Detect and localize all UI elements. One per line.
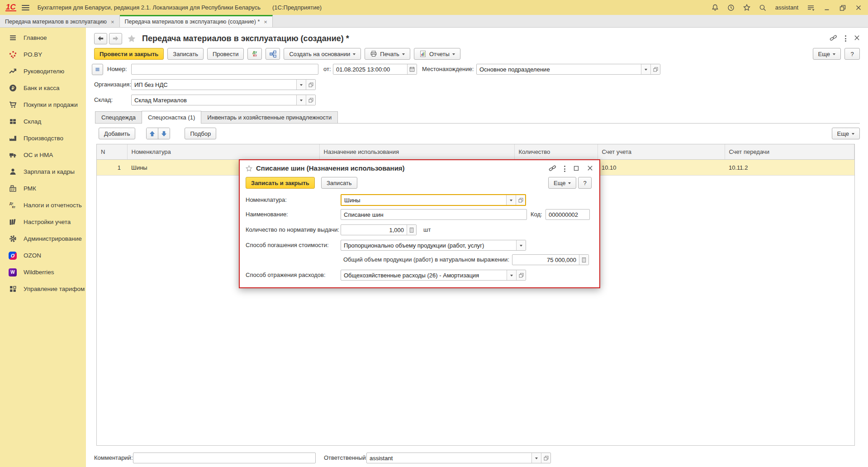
- get-link-icon[interactable]: [830, 34, 837, 43]
- dropdown-button[interactable]: [506, 195, 516, 205]
- open-button[interactable]: [306, 80, 315, 90]
- sidebar-item-ozon[interactable]: O OZON: [0, 247, 86, 264]
- col-header-quantity[interactable]: Количество: [514, 144, 598, 160]
- col-header-transfer-account[interactable]: Счет передачи: [725, 144, 854, 160]
- window-tab-list[interactable]: Передача материалов в эксплуатацию ×: [0, 15, 120, 27]
- more-button[interactable]: Еще: [813, 48, 841, 60]
- restore-window-icon[interactable]: [838, 3, 847, 12]
- more-menu-icon[interactable]: [845, 35, 846, 42]
- sidebar-item-rmk[interactable]: РМК: [0, 180, 86, 197]
- help-button[interactable]: ?: [844, 48, 860, 60]
- minimize-icon[interactable]: [822, 3, 831, 12]
- method-input[interactable]: [341, 240, 516, 250]
- save-button[interactable]: Записать: [167, 48, 204, 60]
- window-tab-create[interactable]: Передача материалов в эксплуатацию (созд…: [120, 15, 273, 27]
- col-header-usage[interactable]: Назначение использования: [319, 144, 514, 160]
- open-button[interactable]: [306, 95, 315, 105]
- sidebar-item-os-nma[interactable]: ОС и НМА: [0, 147, 86, 163]
- close-form-icon[interactable]: [854, 35, 860, 42]
- sidebar-item-rukovoditelyu[interactable]: Руководителю: [0, 63, 86, 80]
- sidebar-item-glavnoe[interactable]: Главное: [0, 29, 86, 46]
- dialog-close-icon[interactable]: [587, 165, 593, 172]
- comment-input[interactable]: [133, 453, 315, 463]
- sidebar-item-upravlenie-tarifom[interactable]: Управление тарифом: [0, 281, 86, 297]
- create-based-on-button[interactable]: Создать на основании: [284, 48, 361, 60]
- tab-specosnastka[interactable]: Спецоснастка (1): [142, 111, 201, 124]
- dropdown-button[interactable]: [507, 270, 516, 280]
- tab-specodezhda[interactable]: Спецодежда: [95, 111, 142, 123]
- sidebar-item-wildberries[interactable]: W Wildberries: [0, 264, 86, 281]
- volume-input[interactable]: [512, 255, 579, 265]
- close-window-icon[interactable]: [854, 3, 863, 12]
- header-collapse-button[interactable]: [92, 64, 103, 75]
- dialog-save-close-button[interactable]: Записать и закрыть: [246, 177, 315, 189]
- qty-input[interactable]: [341, 225, 407, 235]
- col-header-account[interactable]: Счет учета: [598, 144, 725, 160]
- dialog-more-menu-icon[interactable]: [564, 166, 565, 172]
- forward-button[interactable]: [109, 33, 122, 44]
- current-user[interactable]: assistant: [775, 4, 798, 11]
- show-postings-button[interactable]: ДтКт: [247, 48, 262, 60]
- sidebar-item-proizvodstvo[interactable]: Производство: [0, 130, 86, 147]
- calc-button[interactable]: [407, 225, 416, 235]
- dialog-save-button[interactable]: Записать: [321, 177, 357, 189]
- location-input[interactable]: [477, 64, 641, 74]
- sidebar-item-nalogi[interactable]: ДтКт Налоги и отчетность: [0, 197, 86, 214]
- favorites-star-icon[interactable]: [743, 3, 751, 12]
- date-input[interactable]: [333, 64, 407, 74]
- open-button[interactable]: [541, 453, 550, 463]
- tab-close-icon[interactable]: ×: [111, 19, 114, 25]
- sidebar-item-sklad[interactable]: Склад: [0, 113, 86, 130]
- dropdown-button[interactable]: [296, 80, 306, 90]
- sidebar-item-pokupki-prodazhi[interactable]: Покупки и продажи: [0, 96, 86, 113]
- back-button[interactable]: [94, 33, 107, 44]
- responsible-input[interactable]: [367, 453, 531, 463]
- tab-inventar[interactable]: Инвентарь и хозяйственные принадлежности: [201, 111, 338, 123]
- notifications-bell-icon[interactable]: [711, 3, 720, 12]
- col-header-nomenclature[interactable]: Номенклатура: [127, 144, 319, 160]
- dropdown-button[interactable]: [641, 64, 650, 74]
- dialog-more-button[interactable]: Еще: [548, 177, 576, 189]
- name-input[interactable]: [341, 210, 526, 219]
- move-up-button[interactable]: [147, 128, 158, 139]
- sidebar-item-zarplata-kadry[interactable]: Зарплата и кадры: [0, 163, 86, 180]
- calc-button[interactable]: [579, 255, 588, 265]
- code-input[interactable]: [546, 210, 589, 219]
- pick-button[interactable]: Подбор: [185, 128, 216, 139]
- dialog-link-icon[interactable]: [549, 164, 556, 173]
- dropdown-button[interactable]: [296, 95, 306, 105]
- favorite-star-icon[interactable]: [127, 34, 137, 43]
- move-down-button[interactable]: [158, 128, 170, 139]
- warehouse-input[interactable]: [132, 95, 296, 105]
- tab-close-icon[interactable]: ×: [264, 19, 267, 25]
- print-button[interactable]: Печать: [365, 48, 410, 60]
- expense-input[interactable]: [341, 270, 507, 280]
- main-menu-icon[interactable]: [22, 5, 29, 10]
- number-input[interactable]: [132, 64, 318, 74]
- table-more-button[interactable]: Еще: [832, 128, 860, 139]
- user-menu-icon[interactable]: [806, 3, 815, 12]
- dialog-favorite-star-icon[interactable]: [245, 165, 253, 174]
- nomenclature-input[interactable]: [342, 195, 506, 205]
- dropdown-button[interactable]: [516, 240, 526, 250]
- post-and-close-button[interactable]: Провести и закрыть: [94, 48, 164, 60]
- sidebar-item-poby[interactable]: PO.BY: [0, 46, 86, 63]
- col-header-n[interactable]: N: [97, 144, 127, 160]
- history-icon[interactable]: [727, 3, 735, 12]
- post-button[interactable]: Провести: [207, 48, 244, 60]
- open-button[interactable]: [516, 195, 525, 205]
- sidebar-item-nastroyki-ucheta[interactable]: Настройки учета: [0, 214, 86, 230]
- sidebar-item-bank-kassa[interactable]: ₽ Банк и касса: [0, 80, 86, 96]
- reports-button[interactable]: Отчеты: [414, 48, 460, 60]
- calendar-button[interactable]: [407, 64, 417, 74]
- dropdown-button[interactable]: [531, 453, 541, 463]
- dialog-maximize-icon[interactable]: [573, 165, 579, 173]
- open-button[interactable]: [516, 270, 526, 280]
- document-structure-button[interactable]: [266, 48, 280, 60]
- organization-input[interactable]: [132, 80, 296, 90]
- search-icon[interactable]: [759, 3, 767, 12]
- add-row-button[interactable]: Добавить: [99, 128, 135, 139]
- dialog-help-button[interactable]: ?: [578, 177, 592, 189]
- sidebar-item-administrirovanie[interactable]: Администрирование: [0, 230, 86, 247]
- open-button[interactable]: [650, 64, 660, 74]
